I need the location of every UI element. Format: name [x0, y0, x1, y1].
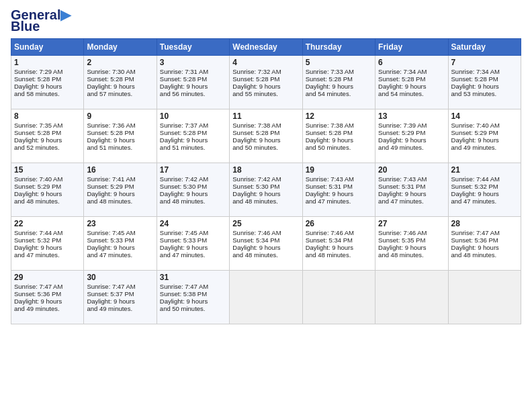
calendar-cell: 24Sunrise: 7:45 AMSunset: 5:33 PMDayligh…: [157, 217, 229, 271]
daylight-label: Daylight: 9 hoursand 48 minutes.: [451, 244, 499, 259]
calendar-cell: 31Sunrise: 7:47 AMSunset: 5:38 PMDayligh…: [157, 271, 229, 324]
day-header-sunday: Sunday: [11, 39, 84, 56]
calendar-cell: 3Sunrise: 7:31 AMSunset: 5:28 PMDaylight…: [157, 56, 229, 109]
day-number: 5: [306, 58, 372, 67]
day-number: 17: [160, 165, 226, 175]
sunrise-label: Sunrise: 7:39 AM: [378, 122, 427, 129]
day-header-saturday: Saturday: [448, 39, 521, 56]
day-number: 9: [87, 111, 153, 121]
daylight-label: Daylight: 9 hoursand 56 minutes.: [160, 83, 208, 97]
daylight-label: Daylight: 9 hoursand 49 minutes.: [378, 136, 426, 151]
calendar-cell: 7Sunrise: 7:34 AMSunset: 5:28 PMDaylight…: [448, 56, 521, 109]
day-number: 14: [451, 111, 518, 121]
page-container: General▶ Blue SundayMondayTuesdayWednesd…: [0, 0, 532, 330]
daylight-label: Daylight: 9 hoursand 47 minutes.: [160, 244, 208, 259]
calendar-cell: 1Sunrise: 7:29 AMSunset: 5:28 PMDaylight…: [11, 56, 84, 109]
day-number: 19: [306, 165, 372, 175]
sunrise-label: Sunrise: 7:41 AM: [87, 175, 135, 183]
day-number: 22: [14, 219, 81, 228]
sunrise-label: Sunrise: 7:36 AM: [87, 122, 135, 129]
calendar-cell: [230, 271, 302, 324]
sunrise-label: Sunrise: 7:45 AM: [160, 229, 208, 236]
calendar-header-row: SundayMondayTuesdayWednesdayThursdayFrid…: [11, 39, 521, 56]
sunset-label: Sunset: 5:30 PM: [160, 183, 207, 190]
sunrise-label: Sunrise: 7:32 AM: [232, 68, 281, 75]
day-number: 29: [14, 273, 81, 282]
sunrise-label: Sunrise: 7:42 AM: [160, 175, 208, 183]
calendar-cell: 28Sunrise: 7:47 AMSunset: 5:36 PMDayligh…: [448, 217, 521, 271]
calendar-cell: 21Sunrise: 7:44 AMSunset: 5:32 PMDayligh…: [448, 163, 521, 217]
calendar-cell: 22Sunrise: 7:44 AMSunset: 5:32 PMDayligh…: [11, 217, 84, 271]
sunrise-label: Sunrise: 7:34 AM: [378, 68, 427, 75]
sunset-label: Sunset: 5:28 PM: [306, 129, 353, 136]
day-number: 13: [378, 111, 445, 121]
sunrise-label: Sunrise: 7:43 AM: [378, 175, 427, 183]
calendar-cell: 18Sunrise: 7:42 AMSunset: 5:30 PMDayligh…: [230, 163, 302, 217]
day-number: 25: [232, 219, 299, 228]
sunrise-label: Sunrise: 7:38 AM: [232, 122, 281, 129]
day-number: 15: [14, 165, 81, 175]
sunrise-label: Sunrise: 7:29 AM: [14, 68, 62, 75]
sunset-label: Sunset: 5:33 PM: [160, 236, 207, 244]
daylight-label: Daylight: 9 hoursand 54 minutes.: [306, 83, 353, 97]
daylight-label: Daylight: 9 hoursand 48 minutes.: [378, 244, 426, 259]
calendar-cell: 12Sunrise: 7:38 AMSunset: 5:28 PMDayligh…: [302, 109, 375, 163]
sunrise-label: Sunrise: 7:47 AM: [451, 229, 500, 236]
day-number: 23: [87, 219, 153, 228]
daylight-label: Daylight: 9 hoursand 50 minutes.: [306, 136, 353, 151]
daylight-label: Daylight: 9 hoursand 47 minutes.: [378, 190, 426, 205]
calendar-cell: 14Sunrise: 7:40 AMSunset: 5:29 PMDayligh…: [448, 109, 521, 163]
logo-subtext: Blue: [11, 19, 40, 34]
daylight-label: Daylight: 9 hoursand 47 minutes.: [306, 190, 353, 205]
day-number: 3: [160, 58, 226, 67]
day-number: 10: [160, 111, 226, 121]
sunset-label: Sunset: 5:28 PM: [87, 129, 134, 136]
calendar-cell: 6Sunrise: 7:34 AMSunset: 5:28 PMDaylight…: [375, 56, 448, 109]
calendar-cell: 19Sunrise: 7:43 AMSunset: 5:31 PMDayligh…: [302, 163, 375, 217]
sunset-label: Sunset: 5:28 PM: [378, 75, 425, 83]
sunset-label: Sunset: 5:35 PM: [378, 236, 425, 244]
calendar-cell: 10Sunrise: 7:37 AMSunset: 5:28 PMDayligh…: [157, 109, 229, 163]
calendar-week-5: 29Sunrise: 7:47 AMSunset: 5:36 PMDayligh…: [11, 271, 521, 324]
sunrise-label: Sunrise: 7:42 AM: [232, 175, 281, 183]
daylight-label: Daylight: 9 hoursand 51 minutes.: [160, 136, 208, 151]
sunset-label: Sunset: 5:34 PM: [232, 236, 279, 244]
sunset-label: Sunset: 5:28 PM: [232, 129, 279, 136]
day-number: 2: [87, 58, 153, 67]
day-header-thursday: Thursday: [302, 39, 375, 56]
calendar-cell: 2Sunrise: 7:30 AMSunset: 5:28 PMDaylight…: [84, 56, 157, 109]
daylight-label: Daylight: 9 hoursand 49 minutes.: [451, 136, 499, 151]
sunrise-label: Sunrise: 7:34 AM: [451, 68, 500, 75]
daylight-label: Daylight: 9 hoursand 48 minutes.: [14, 190, 62, 205]
calendar-cell: [302, 271, 375, 324]
sunrise-label: Sunrise: 7:47 AM: [87, 283, 135, 290]
sunset-label: Sunset: 5:29 PM: [451, 129, 498, 136]
daylight-label: Daylight: 9 hoursand 49 minutes.: [14, 298, 62, 312]
sunset-label: Sunset: 5:28 PM: [160, 129, 207, 136]
day-number: 12: [306, 111, 372, 121]
sunrise-label: Sunrise: 7:40 AM: [14, 175, 62, 183]
sunset-label: Sunset: 5:28 PM: [306, 75, 353, 83]
daylight-label: Daylight: 9 hoursand 47 minutes.: [14, 244, 62, 259]
daylight-label: Daylight: 9 hoursand 48 minutes.: [87, 190, 134, 205]
day-number: 6: [378, 58, 445, 67]
sunrise-label: Sunrise: 7:30 AM: [87, 68, 135, 75]
sunset-label: Sunset: 5:29 PM: [378, 129, 425, 136]
daylight-label: Daylight: 9 hoursand 50 minutes.: [160, 298, 208, 312]
daylight-label: Daylight: 9 hoursand 54 minutes.: [378, 83, 426, 97]
sunrise-label: Sunrise: 7:40 AM: [451, 122, 500, 129]
calendar-cell: 15Sunrise: 7:40 AMSunset: 5:29 PMDayligh…: [11, 163, 84, 217]
sunset-label: Sunset: 5:28 PM: [232, 75, 279, 83]
logo: General▶ Blue: [11, 8, 71, 34]
sunrise-label: Sunrise: 7:38 AM: [306, 122, 354, 129]
calendar-week-4: 22Sunrise: 7:44 AMSunset: 5:32 PMDayligh…: [11, 217, 521, 271]
day-number: 4: [232, 58, 299, 67]
daylight-label: Daylight: 9 hoursand 48 minutes.: [232, 244, 280, 259]
sunrise-label: Sunrise: 7:47 AM: [14, 283, 62, 290]
calendar-table: SundayMondayTuesdayWednesdayThursdayFrid…: [11, 38, 521, 324]
day-number: 21: [451, 165, 518, 175]
calendar-cell: 11Sunrise: 7:38 AMSunset: 5:28 PMDayligh…: [230, 109, 302, 163]
sunset-label: Sunset: 5:36 PM: [14, 290, 61, 298]
sunset-label: Sunset: 5:30 PM: [232, 183, 279, 190]
daylight-label: Daylight: 9 hoursand 52 minutes.: [14, 136, 62, 151]
